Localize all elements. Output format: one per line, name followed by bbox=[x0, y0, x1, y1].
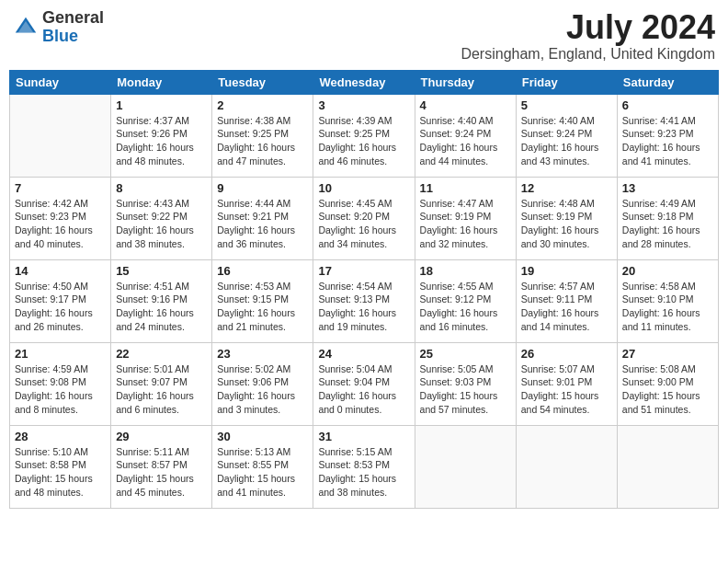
col-header-monday: Monday bbox=[111, 70, 212, 94]
day-info: Sunrise: 4:48 AM Sunset: 9:19 PM Dayligh… bbox=[521, 197, 612, 251]
day-info: Sunrise: 4:44 AM Sunset: 9:21 PM Dayligh… bbox=[217, 197, 308, 251]
day-info: Sunrise: 4:38 AM Sunset: 9:25 PM Dayligh… bbox=[217, 114, 308, 168]
day-info: Sunrise: 4:54 AM Sunset: 9:13 PM Dayligh… bbox=[318, 280, 409, 334]
day-info: Sunrise: 4:57 AM Sunset: 9:11 PM Dayligh… bbox=[521, 280, 612, 334]
day-info: Sunrise: 5:02 AM Sunset: 9:06 PM Dayligh… bbox=[217, 362, 308, 417]
day-number: 12 bbox=[521, 181, 612, 195]
calendar-cell: 24Sunrise: 5:04 AM Sunset: 9:04 PM Dayli… bbox=[313, 342, 415, 425]
calendar-cell: 20Sunrise: 4:58 AM Sunset: 9:10 PM Dayli… bbox=[617, 259, 718, 342]
day-info: Sunrise: 4:59 AM Sunset: 9:08 PM Dayligh… bbox=[15, 362, 106, 417]
calendar-cell: 18Sunrise: 4:55 AM Sunset: 9:12 PM Dayli… bbox=[415, 259, 516, 342]
day-number: 20 bbox=[622, 264, 713, 278]
calendar-header-row: SundayMondayTuesdayWednesdayThursdayFrid… bbox=[10, 70, 719, 94]
day-number: 9 bbox=[217, 181, 308, 195]
day-info: Sunrise: 4:40 AM Sunset: 9:24 PM Dayligh… bbox=[521, 114, 612, 168]
calendar-cell: 5Sunrise: 4:40 AM Sunset: 9:24 PM Daylig… bbox=[516, 94, 617, 177]
col-header-friday: Friday bbox=[516, 70, 617, 94]
calendar-cell bbox=[415, 425, 516, 508]
calendar-cell: 7Sunrise: 4:42 AM Sunset: 9:23 PM Daylig… bbox=[10, 177, 111, 259]
day-number: 15 bbox=[116, 264, 207, 278]
day-number: 31 bbox=[318, 430, 409, 443]
day-info: Sunrise: 4:50 AM Sunset: 9:17 PM Dayligh… bbox=[15, 280, 106, 334]
day-info: Sunrise: 5:04 AM Sunset: 9:04 PM Dayligh… bbox=[318, 362, 409, 417]
day-info: Sunrise: 5:05 AM Sunset: 9:03 PM Dayligh… bbox=[420, 362, 511, 417]
day-number: 25 bbox=[420, 347, 511, 361]
day-number: 5 bbox=[521, 98, 612, 112]
calendar-cell: 17Sunrise: 4:54 AM Sunset: 9:13 PM Dayli… bbox=[313, 259, 415, 342]
day-info: Sunrise: 4:42 AM Sunset: 9:23 PM Dayligh… bbox=[15, 197, 106, 251]
day-number: 30 bbox=[217, 430, 308, 443]
calendar-cell: 21Sunrise: 4:59 AM Sunset: 9:08 PM Dayli… bbox=[10, 342, 111, 425]
day-number: 7 bbox=[15, 181, 106, 195]
calendar-cell: 23Sunrise: 5:02 AM Sunset: 9:06 PM Dayli… bbox=[212, 342, 313, 425]
calendar-cell: 10Sunrise: 4:45 AM Sunset: 9:20 PM Dayli… bbox=[313, 177, 415, 259]
day-number: 28 bbox=[15, 430, 106, 443]
day-info: Sunrise: 4:51 AM Sunset: 9:16 PM Dayligh… bbox=[116, 280, 207, 334]
col-header-thursday: Thursday bbox=[415, 70, 516, 94]
day-number: 21 bbox=[15, 347, 106, 361]
day-number: 26 bbox=[521, 347, 612, 361]
day-number: 11 bbox=[420, 181, 511, 195]
header: General Blue July 2024 Dersingham, Engla… bbox=[9, 9, 719, 63]
calendar-cell: 11Sunrise: 4:47 AM Sunset: 9:19 PM Dayli… bbox=[415, 177, 516, 259]
day-number: 17 bbox=[318, 264, 409, 278]
logo-text: General Blue bbox=[42, 9, 104, 46]
calendar-cell: 31Sunrise: 5:15 AM Sunset: 8:53 PM Dayli… bbox=[313, 425, 415, 508]
calendar-cell: 13Sunrise: 4:49 AM Sunset: 9:18 PM Dayli… bbox=[617, 177, 718, 259]
day-number: 4 bbox=[420, 98, 511, 112]
col-header-wednesday: Wednesday bbox=[313, 70, 415, 94]
day-info: Sunrise: 4:55 AM Sunset: 9:12 PM Dayligh… bbox=[420, 280, 511, 334]
calendar-cell: 27Sunrise: 5:08 AM Sunset: 9:00 PM Dayli… bbox=[617, 342, 718, 425]
calendar-cell: 26Sunrise: 5:07 AM Sunset: 9:01 PM Dayli… bbox=[516, 342, 617, 425]
day-number: 8 bbox=[116, 181, 207, 195]
day-number: 3 bbox=[318, 98, 409, 112]
day-info: Sunrise: 5:01 AM Sunset: 9:07 PM Dayligh… bbox=[116, 362, 207, 417]
week-row-4: 21Sunrise: 4:59 AM Sunset: 9:08 PM Dayli… bbox=[10, 342, 719, 425]
logo: General Blue bbox=[13, 9, 104, 46]
calendar-cell: 4Sunrise: 4:40 AM Sunset: 9:24 PM Daylig… bbox=[415, 94, 516, 177]
calendar-table: SundayMondayTuesdayWednesdayThursdayFrid… bbox=[9, 70, 719, 509]
day-number: 1 bbox=[116, 98, 207, 112]
day-number: 23 bbox=[217, 347, 308, 361]
location: Dersingham, England, United Kingdom bbox=[461, 46, 715, 63]
day-number: 27 bbox=[622, 347, 713, 361]
calendar-cell bbox=[516, 425, 617, 508]
week-row-1: 1Sunrise: 4:37 AM Sunset: 9:26 PM Daylig… bbox=[10, 94, 719, 177]
logo-general: General bbox=[42, 8, 104, 27]
calendar-cell: 2Sunrise: 4:38 AM Sunset: 9:25 PM Daylig… bbox=[212, 94, 313, 177]
day-number: 14 bbox=[15, 264, 106, 278]
day-info: Sunrise: 4:45 AM Sunset: 9:20 PM Dayligh… bbox=[318, 197, 409, 251]
calendar-cell: 15Sunrise: 4:51 AM Sunset: 9:16 PM Dayli… bbox=[111, 259, 212, 342]
calendar-cell: 3Sunrise: 4:39 AM Sunset: 9:25 PM Daylig… bbox=[313, 94, 415, 177]
calendar-cell: 28Sunrise: 5:10 AM Sunset: 8:58 PM Dayli… bbox=[10, 425, 111, 508]
day-info: Sunrise: 5:15 AM Sunset: 8:53 PM Dayligh… bbox=[318, 445, 409, 500]
calendar-cell: 9Sunrise: 4:44 AM Sunset: 9:21 PM Daylig… bbox=[212, 177, 313, 259]
day-number: 22 bbox=[116, 347, 207, 361]
week-row-2: 7Sunrise: 4:42 AM Sunset: 9:23 PM Daylig… bbox=[10, 177, 719, 259]
day-info: Sunrise: 4:58 AM Sunset: 9:10 PM Dayligh… bbox=[622, 280, 713, 334]
calendar-cell: 6Sunrise: 4:41 AM Sunset: 9:23 PM Daylig… bbox=[617, 94, 718, 177]
day-number: 10 bbox=[318, 181, 409, 195]
calendar-cell: 29Sunrise: 5:11 AM Sunset: 8:57 PM Dayli… bbox=[111, 425, 212, 508]
day-info: Sunrise: 5:11 AM Sunset: 8:57 PM Dayligh… bbox=[116, 445, 207, 500]
week-row-5: 28Sunrise: 5:10 AM Sunset: 8:58 PM Dayli… bbox=[10, 425, 719, 508]
day-number: 29 bbox=[116, 430, 207, 443]
day-number: 2 bbox=[217, 98, 308, 112]
day-info: Sunrise: 5:10 AM Sunset: 8:58 PM Dayligh… bbox=[15, 445, 106, 500]
day-info: Sunrise: 4:40 AM Sunset: 9:24 PM Dayligh… bbox=[420, 114, 511, 168]
calendar-cell: 19Sunrise: 4:57 AM Sunset: 9:11 PM Dayli… bbox=[516, 259, 617, 342]
day-number: 13 bbox=[622, 181, 713, 195]
day-number: 18 bbox=[420, 264, 511, 278]
week-row-3: 14Sunrise: 4:50 AM Sunset: 9:17 PM Dayli… bbox=[10, 259, 719, 342]
day-info: Sunrise: 4:47 AM Sunset: 9:19 PM Dayligh… bbox=[420, 197, 511, 251]
calendar-cell: 30Sunrise: 5:13 AM Sunset: 8:55 PM Dayli… bbox=[212, 425, 313, 508]
day-info: Sunrise: 4:37 AM Sunset: 9:26 PM Dayligh… bbox=[116, 114, 207, 168]
calendar-cell: 22Sunrise: 5:01 AM Sunset: 9:07 PM Dayli… bbox=[111, 342, 212, 425]
day-number: 16 bbox=[217, 264, 308, 278]
calendar-cell: 25Sunrise: 5:05 AM Sunset: 9:03 PM Dayli… bbox=[415, 342, 516, 425]
col-header-tuesday: Tuesday bbox=[212, 70, 313, 94]
day-info: Sunrise: 4:49 AM Sunset: 9:18 PM Dayligh… bbox=[622, 197, 713, 251]
day-info: Sunrise: 4:41 AM Sunset: 9:23 PM Dayligh… bbox=[622, 114, 713, 168]
day-number: 6 bbox=[622, 98, 713, 112]
day-number: 19 bbox=[521, 264, 612, 278]
